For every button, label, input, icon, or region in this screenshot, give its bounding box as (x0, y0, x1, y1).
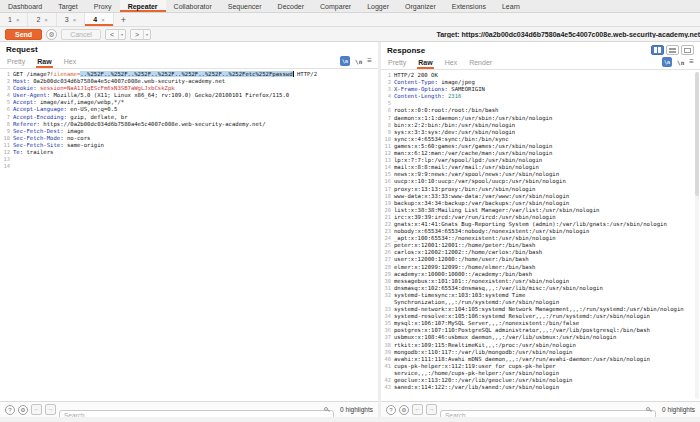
code-line[interactable]: 41cups-pk-helper:x:112:119:user for cups… (381, 363, 700, 370)
code-line[interactable]: 1HTTP/2 200 OK (381, 72, 700, 79)
code-line[interactable]: 8bin:x:2:2:bin:/bin:/usr/sbin/nologin (381, 122, 700, 129)
code-line[interactable]: 12man:x:6:12:man:/var/cache/man:/usr/sbi… (381, 150, 700, 157)
code-line[interactable]: 18www-data:x:33:33:www-data:/var/www:/us… (381, 193, 700, 200)
repeater-tab-4[interactable]: 4× (85, 13, 113, 26)
code-line[interactable]: 11games:x:5:60:games:/usr/games:/usr/sbi… (381, 143, 700, 150)
target-display[interactable]: Target: https://0a2b00dc034d6b7580a4e5c4… (432, 31, 700, 38)
code-line[interactable]: 42geoclue:x:113:120::/var/lib/geoclue:/u… (381, 377, 700, 384)
code-line[interactable]: 4User-Agent: Mozilla/5.0 (X11; Linux x86… (0, 92, 378, 99)
code-line[interactable]: 13 (0, 156, 378, 163)
code-line[interactable]: 25peter:x:12001:12001::/home/peter:/bin/… (381, 242, 700, 249)
menu-item-logger[interactable]: Logger (359, 0, 397, 12)
code-line[interactable]: 14 (0, 163, 378, 170)
code-line[interactable]: 9sys:x:3:3:sys:/dev:/usr/sbin/nologin (381, 129, 700, 136)
newline-icon[interactable]: \n (677, 59, 684, 66)
menu-item-dashboard[interactable]: Dashboard (0, 0, 50, 12)
code-line[interactable]: 5 (381, 100, 700, 107)
scrollbar-thumb[interactable] (695, 72, 699, 196)
repeater-tab-3[interactable]: 3× (57, 13, 85, 26)
code-line[interactable]: 2Host: 0a2b00dc034d6b7580a4e5c4007c008e.… (0, 78, 378, 85)
history-forward-button[interactable]: > ▾ (130, 29, 151, 40)
code-line[interactable]: 27user:x:12000:12000::/home/user:/bin/ba… (381, 256, 700, 263)
repeater-tab-2[interactable]: 2× (28, 13, 56, 26)
response-search-input[interactable] (440, 410, 656, 417)
request-tab-raw[interactable]: Raw (36, 57, 52, 68)
code-line[interactable]: 24_apt:x:100:65534::/nonexistent:/usr/sb… (381, 235, 700, 242)
send-button[interactable]: Send (5, 29, 42, 40)
editor-menu-icon[interactable]: ≡ (367, 57, 372, 65)
menu-item-decoder[interactable]: Decoder (270, 0, 312, 12)
next-match-button[interactable]: → (426, 404, 437, 415)
code-line[interactable]: 3X-Frame-Options: SAMEORIGIN (381, 86, 700, 93)
code-line[interactable]: 28elmer:x:12099:12099::/home/elmer:/bin/… (381, 264, 700, 271)
code-line[interactable]: 4Content-Length: 2316 (381, 93, 700, 100)
code-line[interactable]: 16uucp:x:10:10:uucp:/var/spool/uucp:/usr… (381, 178, 700, 185)
menu-item-learn[interactable]: Learn (494, 0, 528, 12)
menu-item-organizer[interactable]: Organizer (397, 0, 444, 12)
response-scrollbar[interactable] (695, 72, 699, 399)
code-line[interactable]: 23nobody:x:65534:65534:nobody:/nonexiste… (381, 228, 700, 235)
prev-match-button[interactable]: ← (31, 404, 42, 415)
code-line[interactable]: 6Accept-Language: en-US,en;q=0.5 (0, 106, 378, 113)
response-tab-render[interactable]: Render (468, 58, 493, 69)
menu-item-sequencer[interactable]: Sequencer (220, 0, 270, 12)
newline-icon[interactable]: \n (355, 58, 362, 65)
code-line[interactable]: 34systemd-resolve:x:105:106:systemd Reso… (381, 313, 700, 320)
search-settings-icon[interactable]: ⚙ (399, 405, 409, 415)
response-tab-raw[interactable]: Raw (417, 58, 433, 69)
code-line[interactable]: 10Sec-Fetch-Mode: no-cors (0, 135, 378, 142)
response-tab-hex[interactable]: Hex (444, 58, 458, 69)
code-line[interactable]: 7daemon:x:1:1:daemon:/usr/sbin:/usr/sbin… (381, 115, 700, 122)
code-line[interactable]: 12Te: trailers (0, 149, 378, 156)
code-line[interactable]: 43saned:x:114:122::/var/lib/saned:/usr/s… (381, 384, 700, 391)
history-back-button[interactable]: < ▾ (105, 29, 126, 40)
code-line[interactable]: 29academy:x:10000:10000::/academy:/bin/b… (381, 271, 700, 278)
code-line[interactable]: 21irc:x:39:39:ircd:/var/run/ircd:/usr/sb… (381, 214, 700, 221)
code-line[interactable]: 7Accept-Encoding: gzip, deflate, br (0, 114, 378, 121)
menu-item-comparer[interactable]: Comparer (312, 0, 359, 12)
chevron-down-icon[interactable]: ▾ (143, 30, 150, 39)
search-help-icon[interactable]: ? (386, 405, 396, 415)
code-line[interactable]: 5Accept: image/avif,image/webp,*/* (0, 99, 378, 106)
code-line[interactable]: 37usbmux:x:108:46:usbmux daemon,,,:/var/… (381, 334, 700, 341)
repeater-tab-1[interactable]: 1× (0, 13, 28, 26)
layout-columns-button[interactable] (651, 45, 664, 55)
add-tab-button[interactable]: + (114, 13, 133, 26)
search-help-icon[interactable]: ? (5, 405, 15, 415)
code-line[interactable]: 36postgres:x:107:110:PostgreSQL administ… (381, 327, 700, 334)
code-line[interactable]: 20list:x:38:38:Mailing List Manager:/var… (381, 207, 700, 214)
code-line[interactable]: 3Cookie: session=NaA1J1qEScFm6sN3SB7aWgL… (0, 85, 378, 92)
code-line[interactable]: 14mail:x:8:8:mail:/var/mail:/usr/sbin/no… (381, 164, 700, 171)
code-line[interactable]: 10sync:x:4:65534:sync:/bin:/bin/sync (381, 136, 700, 143)
request-tab-pretty[interactable]: Pretty (6, 57, 26, 68)
code-line[interactable]: 15news:x:9:9:news:/var/spool/news:/usr/s… (381, 171, 700, 178)
request-settings-icon[interactable]: ⚙ (46, 29, 57, 40)
code-line[interactable]: 8Referer: https://0a2b00dc034d6b7580a4e5… (0, 121, 378, 128)
menu-item-extensions[interactable]: Extensions (444, 0, 494, 12)
cancel-button[interactable]: Cancel (61, 29, 101, 40)
menu-item-repeater[interactable]: Repeater (120, 0, 166, 12)
nonprintable-toggle-icon[interactable]: \n (662, 57, 672, 67)
menu-item-target[interactable]: Target (50, 0, 85, 12)
chevron-down-icon[interactable]: ▾ (118, 30, 125, 39)
code-line[interactable]: 40avahi:x:111:118:Avahi mDNS daemon,,,:/… (381, 356, 700, 363)
code-line[interactable]: 9Sec-Fetch-Dest: image (0, 128, 378, 135)
code-line[interactable]: 39mongodb:x:110:117::/var/lib/mongodb:/u… (381, 349, 700, 356)
code-line[interactable]: 35mysql:x:106:107:MySQL Server,,,:/nonex… (381, 320, 700, 327)
code-line[interactable]: 22gnats:x:41:41:Gnats Bug-Reporting Syst… (381, 221, 700, 228)
tab-close-icon[interactable]: × (73, 17, 77, 23)
code-line[interactable]: 11Sec-Fetch-Site: same-origin (0, 142, 378, 149)
code-line[interactable]: Synchronization,,,:/run/systemd:/usr/sbi… (381, 299, 700, 306)
search-settings-icon[interactable]: ⚙ (18, 405, 28, 415)
code-line[interactable]: 26carlos:x:12002:12002::/home/carlos:/bi… (381, 249, 700, 256)
request-tab-hex[interactable]: Hex (63, 57, 77, 68)
layout-single-button[interactable] (681, 45, 694, 55)
code-line[interactable]: 1GET /image?filename=..%252F..%252F..%25… (0, 71, 378, 78)
response-tab-pretty[interactable]: Pretty (387, 58, 407, 69)
code-line[interactable]: 13lp:x:7:7:lp:/var/spool/lpd:/usr/sbin/n… (381, 157, 700, 164)
request-search-input[interactable] (59, 410, 334, 417)
code-line[interactable]: 31dnsmasq:x:102:65534:dnsmasq,,,:/var/li… (381, 285, 700, 292)
code-line[interactable]: 33systemd-network:x:104:105:systemd Netw… (381, 306, 700, 313)
code-line[interactable]: 17proxy:x:13:13:proxy:/bin:/usr/sbin/nol… (381, 186, 700, 193)
layout-rows-button[interactable] (666, 45, 679, 55)
